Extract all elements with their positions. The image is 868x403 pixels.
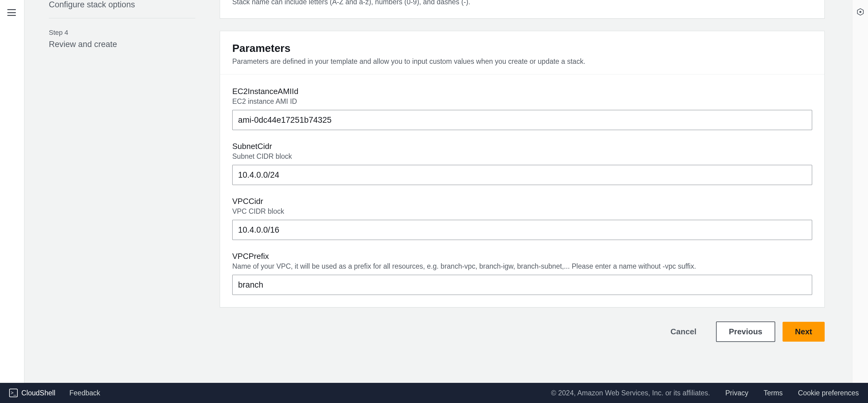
param-vpccidr: VPCCidr VPC CIDR block: [232, 197, 812, 240]
cloudshell-icon: >_: [9, 389, 18, 397]
sidebar-step-review-create[interactable]: Review and create: [49, 40, 195, 49]
footer-copyright: © 2024, Amazon Web Services, Inc. or its…: [551, 389, 710, 397]
param-label: SubnetCidr: [232, 142, 812, 151]
cancel-button[interactable]: Cancel: [658, 322, 709, 341]
svg-point-1: [860, 11, 861, 12]
parameters-card: Parameters Parameters are defined in you…: [220, 31, 825, 307]
sidebar-step-configure-options[interactable]: Configure stack options: [49, 0, 195, 18]
param-ec2instanceamiid: EC2InstanceAMIId EC2 instance AMI ID: [232, 87, 812, 130]
param-label: EC2InstanceAMIId: [232, 87, 812, 96]
terms-link[interactable]: Terms: [764, 389, 783, 397]
param-label: VPCCidr: [232, 197, 812, 206]
hexagon-icon[interactable]: [857, 8, 864, 16]
parameters-heading: Parameters: [232, 42, 812, 54]
param-desc: Subnet CIDR block: [232, 152, 812, 161]
footer-bar: >_ CloudShell Feedback © 2024, Amazon We…: [0, 383, 868, 403]
param-input-ec2instanceamiid[interactable]: [232, 110, 812, 130]
param-desc: EC2 instance AMI ID: [232, 97, 812, 105]
right-rail: [852, 0, 868, 403]
hamburger-menu-icon[interactable]: [7, 9, 16, 16]
feedback-link[interactable]: Feedback: [69, 389, 100, 397]
main-content: Stack name can include letters (A-Z and …: [220, 0, 825, 344]
privacy-link[interactable]: Privacy: [725, 389, 748, 397]
parameters-subtext: Parameters are defined in your template …: [232, 57, 812, 66]
param-label: VPCPrefix: [232, 252, 812, 261]
param-input-vpccidr[interactable]: [232, 220, 812, 240]
param-vpcprefix: VPCPrefix Name of your VPC, it will be u…: [232, 252, 812, 295]
param-input-vpcprefix[interactable]: [232, 275, 812, 295]
stack-name-card: Stack name can include letters (A-Z and …: [220, 0, 825, 19]
param-input-subnetcidr[interactable]: [232, 165, 812, 185]
left-rail: [0, 0, 24, 403]
cookie-preferences-link[interactable]: Cookie preferences: [798, 389, 859, 397]
previous-button[interactable]: Previous: [716, 321, 775, 342]
stack-name-hint: Stack name can include letters (A-Z and …: [232, 0, 812, 6]
next-button[interactable]: Next: [782, 322, 825, 342]
cloudshell-label: CloudShell: [21, 389, 55, 397]
param-desc: VPC CIDR block: [232, 207, 812, 216]
wizard-actions: Cancel Previous Next: [220, 320, 825, 344]
cloudshell-button[interactable]: >_ CloudShell: [9, 389, 55, 397]
sidebar-step4-label: Step 4: [49, 29, 195, 37]
param-subnetcidr: SubnetCidr Subnet CIDR block: [232, 142, 812, 185]
wizard-steps-sidebar: Configure stack options Step 4 Review an…: [24, 0, 220, 49]
param-desc: Name of your VPC, it will be used as a p…: [232, 262, 812, 271]
